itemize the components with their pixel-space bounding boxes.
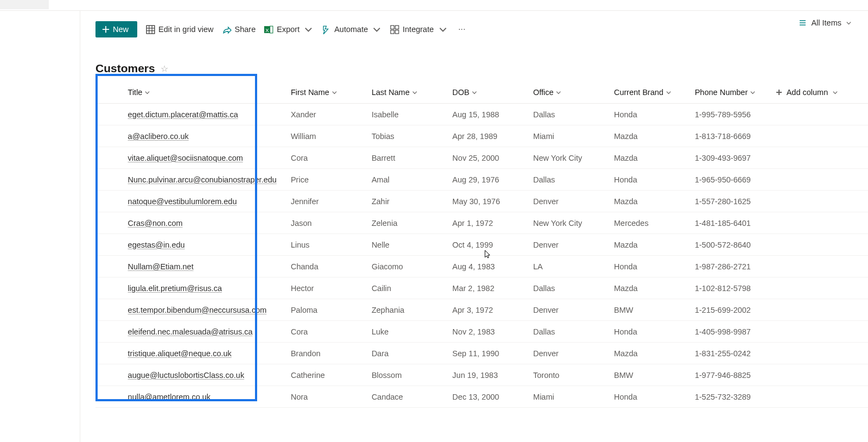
- cell-brand: BMW: [614, 364, 695, 386]
- column-header-dob[interactable]: DOB: [452, 81, 533, 104]
- export-button[interactable]: X Export: [264, 25, 313, 34]
- table-row[interactable]: Nunc.pulvinar.arcu@conubianostraper.eduP…: [95, 169, 868, 191]
- cell-last-name: Zahir: [372, 191, 452, 212]
- cell-title[interactable]: est.tempor.bibendum@neccursusa.com: [128, 299, 291, 321]
- cell-office: Denver: [533, 343, 614, 364]
- svg-rect-0: [146, 26, 155, 34]
- table-row[interactable]: est.tempor.bibendum@neccursusa.comPaloma…: [95, 299, 868, 321]
- top-ribbon-placeholder: [0, 0, 49, 9]
- table-row[interactable]: ligula.elit.pretium@risus.caHectorCailin…: [95, 277, 868, 299]
- nav-item[interactable]: ed with us: [0, 114, 80, 136]
- cell-office: Dallas: [533, 169, 614, 191]
- cell-dob: May 30, 1976: [452, 191, 533, 212]
- table-row[interactable]: egestas@in.eduLinusNelleOct 4, 1999Denve…: [95, 234, 868, 256]
- cell-title[interactable]: Cras@non.com: [128, 212, 291, 234]
- cell-phone: 1-831-255-0242: [695, 343, 776, 364]
- cell-title[interactable]: egestas@in.edu: [128, 234, 291, 256]
- left-navigation: e s rtment Portals ed with us munication…: [0, 11, 80, 442]
- cell-dob: Sep 11, 1990: [452, 343, 533, 364]
- nav-item[interactable]: e: [0, 49, 80, 71]
- cell-title[interactable]: vitae.aliquet@sociisnatoque.com: [128, 147, 291, 169]
- favorite-star-icon[interactable]: ☆: [161, 64, 168, 74]
- chevron-down-icon: [750, 90, 756, 96]
- view-selector[interactable]: All Items: [798, 18, 852, 27]
- cell-phone: 1-813-718-6669: [695, 125, 776, 147]
- nav-item[interactable]: s: [0, 71, 80, 92]
- cell-title[interactable]: ligula.elit.pretium@risus.ca: [128, 277, 291, 299]
- cell-last-name: Giacomo: [372, 256, 452, 277]
- cell-phone: 1-557-280-1625: [695, 191, 776, 212]
- cell-title[interactable]: natoque@vestibulumlorem.edu: [128, 191, 291, 212]
- cell-last-name: Cailin: [372, 277, 452, 299]
- cell-brand: Mazda: [614, 234, 695, 256]
- table-row[interactable]: nulla@ametlorem.co.ukNoraCandaceDec 13, …: [95, 386, 868, 408]
- add-column-button[interactable]: Add column: [776, 81, 868, 104]
- cell-first-name: Paloma: [291, 299, 372, 321]
- cell-last-name: Zephania: [372, 299, 452, 321]
- cell-phone: 1-995-789-5956: [695, 104, 776, 125]
- svg-rect-10: [391, 30, 394, 33]
- cell-phone: 1-987-286-2721: [695, 256, 776, 277]
- list-title: Customers: [95, 62, 155, 75]
- cell-first-name: Price: [291, 169, 372, 191]
- table-row[interactable]: a@aclibero.co.ukWilliamTobiasApr 28, 198…: [95, 125, 868, 147]
- table-row[interactable]: vitae.aliquet@sociisnatoque.comCoraBarre…: [95, 147, 868, 169]
- cell-phone: 1-977-946-8825: [695, 364, 776, 386]
- integrate-button[interactable]: Integrate: [390, 25, 447, 34]
- excel-icon: X: [264, 25, 273, 34]
- cell-office: Denver: [533, 234, 614, 256]
- cell-title[interactable]: Nunc.pulvinar.arcu@conubianostraper.edu: [128, 169, 291, 191]
- cell-title[interactable]: eget.dictum.placerat@mattis.ca: [128, 104, 291, 125]
- table-row[interactable]: eleifend.nec.malesuada@atrisus.caCoraLuk…: [95, 321, 868, 343]
- more-button[interactable]: ···: [456, 24, 468, 34]
- new-button[interactable]: New: [95, 21, 137, 37]
- column-header-last-name[interactable]: Last Name: [372, 81, 452, 104]
- column-header-title[interactable]: Title: [128, 81, 291, 104]
- column-header-brand[interactable]: Current Brand: [614, 81, 695, 104]
- chevron-down-icon: [304, 25, 313, 34]
- command-bar: New Edit in grid view Share X Export Aut…: [95, 18, 868, 40]
- cell-dob: Aug 15, 1988: [452, 104, 533, 125]
- nav-item[interactable]: rtment Portals: [0, 92, 80, 114]
- cell-title[interactable]: nulla@ametlorem.co.uk: [128, 386, 291, 408]
- cell-office: Dallas: [533, 104, 614, 125]
- chevron-down-icon: [846, 20, 852, 26]
- automate-button[interactable]: Automate: [322, 25, 381, 34]
- column-header-first-name[interactable]: First Name: [291, 81, 372, 104]
- edit-in-grid-button[interactable]: Edit in grid view: [146, 25, 214, 34]
- cell-dob: Apr 1, 1972: [452, 212, 533, 234]
- svg-rect-9: [395, 26, 399, 29]
- cell-office: Denver: [533, 299, 614, 321]
- cell-first-name: Cora: [291, 321, 372, 343]
- cell-brand: Mazda: [614, 277, 695, 299]
- table-row[interactable]: eget.dictum.placerat@mattis.caXanderIsab…: [95, 104, 868, 125]
- cell-title[interactable]: a@aclibero.co.uk: [128, 125, 291, 147]
- cell-brand: Honda: [614, 256, 695, 277]
- cell-title[interactable]: augue@luctuslobortisClass.co.uk: [128, 364, 291, 386]
- table-row[interactable]: Nullam@Etiam.netChandaGiacomoAug 4, 1983…: [95, 256, 868, 277]
- cell-title[interactable]: Nullam@Etiam.net: [128, 256, 291, 277]
- cell-brand: Mazda: [614, 191, 695, 212]
- cell-office: Miami: [533, 125, 614, 147]
- data-grid: Title First Name Last Name DOB Office Cu…: [95, 81, 868, 408]
- cell-office: Dallas: [533, 321, 614, 343]
- table-row[interactable]: tristique.aliquet@neque.co.ukBrandonDara…: [95, 343, 868, 364]
- cell-title[interactable]: eleifend.nec.malesuada@atrisus.ca: [128, 321, 291, 343]
- share-button[interactable]: Share: [222, 25, 256, 34]
- table-row[interactable]: Cras@non.comJasonZeleniaApr 1, 1972New Y…: [95, 212, 868, 234]
- nav-item[interactable]: munication: [0, 136, 80, 157]
- column-header-phone[interactable]: Phone Number: [695, 81, 776, 104]
- svg-text:X: X: [265, 27, 269, 33]
- cell-dob: Apr 3, 1972: [452, 299, 533, 321]
- cell-last-name: Amal: [372, 169, 452, 191]
- svg-rect-7: [270, 26, 273, 33]
- table-row[interactable]: natoque@vestibulumlorem.eduJenniferZahir…: [95, 191, 868, 212]
- table-row[interactable]: augue@luctuslobortisClass.co.ukCatherine…: [95, 364, 868, 386]
- cell-brand: Mercedes: [614, 212, 695, 234]
- cell-phone: 1-405-998-9987: [695, 321, 776, 343]
- column-header-office[interactable]: Office: [533, 81, 614, 104]
- cell-dob: Dec 13, 2000: [452, 386, 533, 408]
- cell-title[interactable]: tristique.aliquet@neque.co.uk: [128, 343, 291, 364]
- nav-item[interactable]: cle bin: [0, 157, 80, 179]
- chevron-down-icon: [331, 90, 337, 96]
